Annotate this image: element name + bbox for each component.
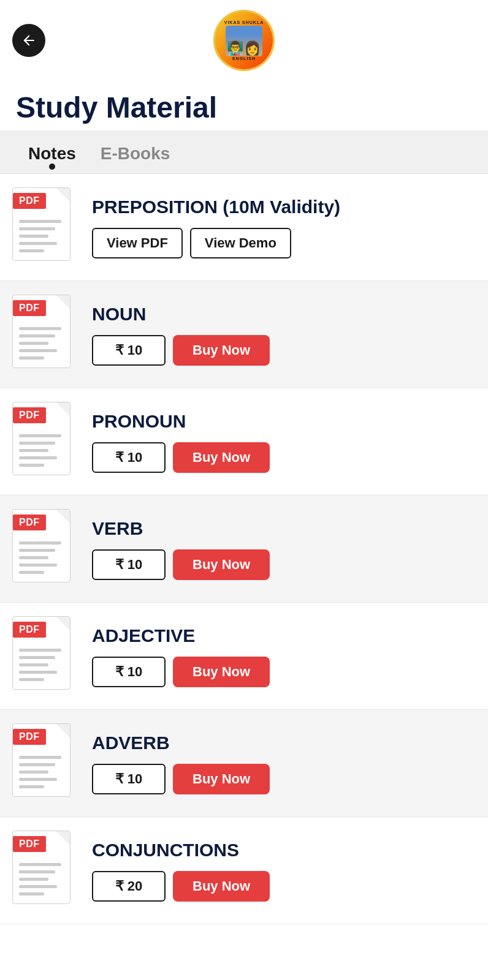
buy-now-button[interactable]: Buy Now [173,442,270,473]
logo-photo [226,26,262,56]
logo: VIKAS SHUKLA ENGLISH [213,10,275,71]
price-button[interactable]: ₹ 20 [92,871,166,902]
page-title-section: Study Material [0,81,488,130]
pdf-icon: PDF [12,723,80,803]
pdf-badge: PDF [13,836,46,852]
list-item: PDF ADJECTIVE ₹ 10 Buy Now [0,603,488,710]
tab-notes[interactable]: Notes [16,130,88,173]
pdf-icon: PDF [12,402,80,481]
pdf-badge: PDF [13,514,46,530]
list-item: PDF PRONOUN ₹ 10 Buy Now [0,388,488,496]
item-title: ADVERB [92,732,476,754]
pdf-icon: PDF [12,831,80,910]
view-pdf-button[interactable]: View PDF [92,228,183,258]
list-item: PDF NOUN ₹ 10 Buy Now [0,281,488,388]
price-button[interactable]: ₹ 10 [92,335,166,366]
view-demo-button[interactable]: View Demo [190,228,291,258]
price-button[interactable]: ₹ 10 [92,549,166,580]
pdf-badge: PDF [13,622,46,638]
price-button[interactable]: ₹ 10 [92,657,166,687]
pdf-icon: PDF [12,616,80,696]
tab-ebooks[interactable]: E-Books [88,130,183,173]
back-button[interactable] [12,24,45,57]
item-title: PRONOUN [92,410,476,432]
price-button[interactable]: ₹ 10 [92,764,166,794]
pdf-icon: PDF [12,295,80,374]
page-title: Study Material [16,92,472,124]
back-arrow-icon [21,32,37,48]
list-item: PDF ADVERB ₹ 10 Buy Now [0,710,488,817]
price-button[interactable]: ₹ 10 [92,442,166,473]
item-title: CONJUNCTIONS [92,839,476,861]
pdf-icon: PDF [12,187,80,267]
pdf-icon: PDF [12,509,80,589]
buy-now-button[interactable]: Buy Now [173,871,270,902]
list-item: PDF VERB ₹ 10 Buy Now [0,496,488,603]
tab-bar: Notes E-Books [0,130,488,174]
pdf-badge: PDF [13,729,46,745]
list-item: PDF PREPOSITION (10M Validity) View PDF … [0,174,488,281]
buy-now-button[interactable]: Buy Now [173,764,270,794]
list-item: PDF CONJUNCTIONS ₹ 20 Buy Now [0,817,488,924]
buy-now-button[interactable]: Buy Now [173,657,270,687]
buy-now-button[interactable]: Buy Now [173,549,270,580]
item-title: NOUN [92,303,476,325]
item-title: ADJECTIVE [92,625,476,647]
header: VIKAS SHUKLA ENGLISH [0,0,488,81]
item-title: PREPOSITION (10M Validity) [92,196,476,218]
buy-now-button[interactable]: Buy Now [173,335,270,366]
items-list: PDF PREPOSITION (10M Validity) View PDF … [0,174,488,924]
pdf-badge: PDF [13,407,46,423]
pdf-badge: PDF [13,193,46,209]
pdf-badge: PDF [13,300,46,316]
item-title: VERB [92,518,476,540]
